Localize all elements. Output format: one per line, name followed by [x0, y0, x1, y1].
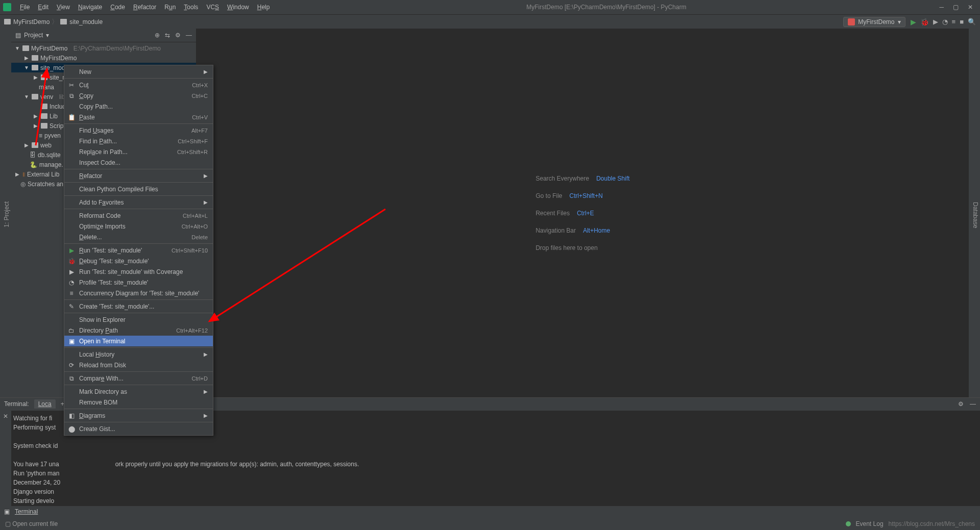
hide-icon[interactable]: —	[970, 400, 976, 408]
folder-icon	[41, 104, 47, 109]
cm-refactor[interactable]: Refactor▶	[64, 170, 213, 181]
cm-coverage-test[interactable]: ▶Run 'Test: site_module' with Coverage	[64, 266, 213, 277]
chevron-down-icon[interactable]: ▾	[46, 32, 49, 39]
cm-profile-test[interactable]: ◔Profile 'Test: site_module'	[64, 277, 213, 288]
minimize-icon[interactable]: ─	[939, 4, 944, 11]
cm-new[interactable]: New▶	[64, 66, 213, 77]
tree-item[interactable]: site_r	[50, 74, 64, 81]
tab-favorites[interactable]: 2: Favorites	[0, 286, 2, 326]
editor-area[interactable]: Search EverywhereDouble Shift Go to File…	[197, 29, 969, 397]
tree-item[interactable]: web	[40, 142, 52, 149]
left-tool-gutter: 1: Project 2: Favorites 7: Structure	[0, 29, 11, 397]
collapse-icon[interactable]: ⇆	[165, 32, 170, 39]
cm-debug-test[interactable]: 🐞Debug 'Test: site_module'	[64, 256, 213, 266]
event-log-button[interactable]: Event Log	[856, 520, 884, 527]
cm-replace-in-path[interactable]: Replace in Path...Ctrl+Shift+R	[64, 146, 213, 157]
tree-item[interactable]: mana	[39, 84, 54, 91]
menu-run[interactable]: Run	[161, 3, 179, 12]
menu-refactor[interactable]: Refactor	[130, 3, 160, 12]
concurrency-icon[interactable]: ≡	[952, 18, 956, 26]
folder-icon: 🗀	[67, 327, 76, 334]
cm-favorites[interactable]: Add to Favorites▶	[64, 197, 213, 208]
close-icon[interactable]: ✕	[3, 413, 8, 420]
maximize-icon[interactable]: ▢	[953, 4, 959, 11]
cm-cut[interactable]: ✂CutCtrl+X	[64, 80, 213, 90]
breadcrumb-child[interactable]: site_module	[60, 18, 103, 26]
tree-item[interactable]: venv	[40, 93, 53, 100]
hint-nav: Navigation Bar	[535, 227, 576, 234]
tree-item[interactable]: MyFirstDemo	[40, 55, 77, 62]
cm-mark-dir[interactable]: Mark Directory as▶	[64, 386, 213, 397]
stop-icon[interactable]: ■	[960, 18, 964, 26]
right-tool-gutter: Database SciView	[969, 29, 980, 397]
locate-icon[interactable]: ⊕	[155, 32, 160, 39]
debug-icon[interactable]: 🐞	[920, 18, 929, 26]
cm-run-test[interactable]: ▶Run 'Test: site_module'Ctrl+Shift+F10	[64, 245, 213, 256]
search-icon[interactable]: 🔍	[968, 18, 976, 26]
cm-dir-path[interactable]: 🗀Directory PathCtrl+Alt+F12	[64, 325, 213, 336]
menu-tools[interactable]: Tools	[180, 3, 202, 12]
tree-item[interactable]: Lib	[50, 113, 58, 120]
cm-open-terminal[interactable]: ▣Open in Terminal	[64, 336, 213, 346]
cm-reformat[interactable]: Reformat CodeCtrl+Alt+L	[64, 210, 213, 221]
cm-create-gist[interactable]: ⬤Create Gist...	[64, 423, 213, 434]
run-config-label: MyFirstDemo	[858, 18, 894, 26]
cm-clean-pyc[interactable]: Clean Python Compiled Files	[64, 184, 213, 194]
menu-window[interactable]: Window	[224, 3, 253, 12]
cm-copy-path[interactable]: Copy Path...	[64, 101, 213, 112]
close-icon[interactable]: ✕	[968, 4, 973, 11]
gear-icon[interactable]: ⚙	[175, 32, 181, 39]
run-configuration-selector[interactable]: MyFirstDemo ▾	[843, 17, 905, 27]
terminal-footer-tab[interactable]: Terminal	[15, 508, 38, 515]
menu-file[interactable]: File	[16, 3, 33, 12]
menu-code[interactable]: Code	[107, 3, 129, 12]
folder-icon	[60, 19, 67, 24]
menu-help[interactable]: Help	[254, 3, 274, 12]
navigation-bar: MyFirstDemo 〉 site_module MyFirstDemo ▾ …	[0, 14, 980, 29]
django-icon	[848, 18, 855, 26]
chevron-down-icon: ▾	[898, 18, 901, 26]
create-icon: ✎	[67, 303, 76, 310]
project-pane-title[interactable]: Project	[24, 32, 43, 39]
hide-icon[interactable]: —	[186, 32, 192, 39]
profile-icon[interactable]: ◔	[942, 18, 948, 26]
gear-icon[interactable]: ⚙	[958, 400, 964, 408]
cm-diagrams[interactable]: ◧Diagrams▶	[64, 410, 213, 421]
menu-edit[interactable]: Edit	[34, 3, 52, 12]
cm-concurrency[interactable]: ≡Concurrency Diagram for 'Test: site_mod…	[64, 288, 213, 298]
hint-search: Search Everywhere	[535, 175, 589, 182]
cm-create-test[interactable]: ✎Create 'Test: site_module'...	[64, 301, 213, 312]
copy-icon: ⧉	[67, 92, 76, 99]
menu-navigate[interactable]: Navigate	[75, 3, 106, 12]
cm-inspect[interactable]: Inspect Code...	[64, 157, 213, 168]
cm-find-in-path[interactable]: Find in Path...Ctrl+Shift+F	[64, 136, 213, 146]
coverage-icon[interactable]: ▶	[933, 18, 938, 26]
app-icon	[3, 3, 11, 11]
cm-delete[interactable]: Delete...Delete	[64, 232, 213, 242]
tree-root[interactable]: MyFirstDemo	[31, 45, 67, 52]
tree-item-external[interactable]: External Lib	[27, 171, 59, 178]
tree-item[interactable]: manage.	[39, 161, 63, 168]
cm-remove-bom[interactable]: Remove BOM	[64, 397, 213, 408]
run-icon[interactable]: ▶	[911, 18, 916, 26]
cm-paste[interactable]: 📋PasteCtrl+V	[64, 112, 213, 122]
tab-database[interactable]: Database	[971, 198, 980, 232]
menu-vcs[interactable]: VCS	[203, 3, 223, 12]
cm-find-usages[interactable]: Find UsagesAlt+F7	[64, 125, 213, 136]
cm-compare[interactable]: ⧉Compare With...Ctrl+D	[64, 373, 213, 384]
cm-reload-disk[interactable]: ⟳Reload from Disk	[64, 360, 213, 370]
terminal-tab-local[interactable]: Loca	[34, 399, 56, 409]
tree-item[interactable]: pyven	[44, 132, 61, 139]
cm-optimize[interactable]: Optimize ImportsCtrl+Alt+O	[64, 221, 213, 232]
github-icon: ⬤	[67, 425, 76, 433]
project-pane-header: ▤ Project ▾ ⊕ ⇆ ⚙ —	[11, 29, 196, 42]
cm-local-history[interactable]: Local History▶	[64, 349, 213, 360]
status-icon[interactable]: ▢	[5, 520, 11, 527]
cm-copy[interactable]: ⧉CopyCtrl+C	[64, 90, 213, 101]
tree-item-scratches[interactable]: Scratches an	[28, 181, 63, 188]
tab-project[interactable]: 1: Project	[2, 197, 11, 232]
cm-show-explorer[interactable]: Show in Explorer	[64, 314, 213, 325]
breadcrumb-root[interactable]: MyFirstDemo	[4, 18, 50, 26]
menu-view[interactable]: View	[53, 3, 74, 12]
tree-item[interactable]: db.sqlite	[38, 152, 61, 159]
